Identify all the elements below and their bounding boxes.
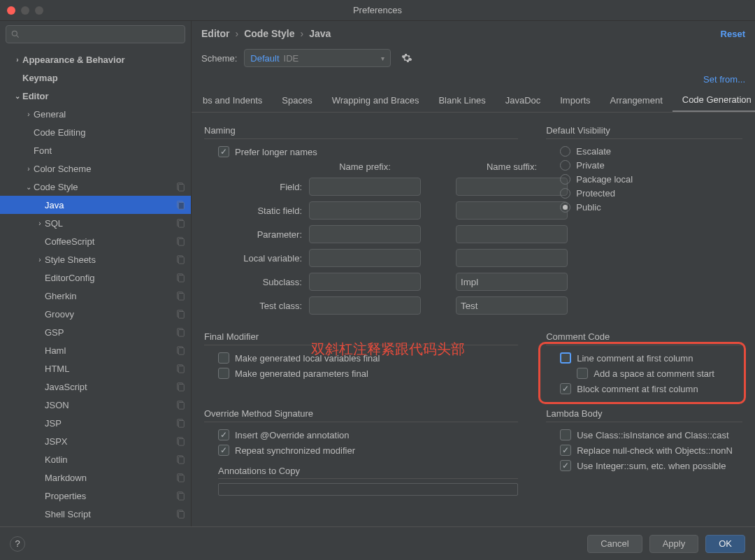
sidebar-item-label: Keymap: [22, 73, 185, 83]
repeat-sync-checkbox[interactable]: Repeat synchronized modifier: [218, 445, 518, 456]
sidebar-item-jspx[interactable]: JSPX: [0, 432, 191, 450]
sidebar-item-sql[interactable]: ›SQL: [0, 214, 191, 232]
lambda-integersum-checkbox[interactable]: Use Integer::sum, etc. when possible: [560, 460, 742, 471]
tab-blank-lines[interactable]: Blank Lines: [429, 89, 495, 111]
sidebar-item-label: Shell Script: [45, 509, 175, 519]
sidebar-item-gherkin[interactable]: Gherkin: [0, 287, 191, 305]
final-params-checkbox[interactable]: Make generated parameters final: [218, 368, 518, 379]
line-comment-first-col-checkbox[interactable]: Line comment at first column: [560, 352, 742, 364]
svg-rect-5: [178, 203, 184, 210]
sidebar-item-jsp[interactable]: JSP: [0, 414, 191, 432]
tab-bs-and-indents[interactable]: bs and Indents: [193, 89, 272, 111]
apply-button[interactable]: Apply: [649, 535, 699, 553]
sidebar-item-label: Color Scheme: [34, 164, 185, 174]
sidebar-item-label: Code Editing: [34, 127, 185, 138]
sidebar-item-java[interactable]: Java: [0, 196, 191, 214]
sidebar-item-coffeescript[interactable]: CoffeeScript: [0, 232, 191, 250]
tab-arrangement[interactable]: Arrangement: [601, 89, 673, 111]
sidebar-item-json[interactable]: JSON: [0, 396, 191, 414]
ok-button[interactable]: OK: [705, 535, 745, 553]
final-modifier-title: Final Modifier: [204, 331, 518, 345]
crumb-editor[interactable]: Editor: [201, 28, 229, 39]
sidebar-item-editorconfig[interactable]: EditorConfig: [0, 268, 191, 287]
lambda-nullcheck-checkbox[interactable]: Replace null-check with Objects::nonN: [560, 445, 742, 456]
sidebar-item-editor[interactable]: ⌄Editor: [0, 87, 191, 105]
window-close-icon[interactable]: [7, 6, 15, 15]
search-input[interactable]: [23, 29, 180, 40]
tabs-bar: bs and IndentsSpacesWrapping and BracesB…: [192, 89, 755, 113]
crumb-codestyle[interactable]: Code Style: [244, 28, 294, 39]
tab-javadoc[interactable]: JavaDoc: [496, 89, 551, 111]
sidebar-item-keymap[interactable]: Keymap: [0, 69, 191, 87]
svg-rect-7: [178, 221, 184, 228]
sidebar-item-groovy[interactable]: Groovy: [0, 305, 191, 323]
svg-rect-25: [178, 385, 184, 392]
sidebar-item-label: JSON: [45, 400, 175, 410]
visibility-public-radio[interactable]: Public: [560, 202, 742, 213]
tab-spaces[interactable]: Spaces: [272, 89, 322, 111]
svg-rect-37: [178, 494, 184, 501]
sidebar-item-haml[interactable]: Haml: [0, 341, 191, 359]
sidebar-item-color-scheme[interactable]: ›Color Scheme: [0, 159, 191, 178]
name-prefix-static-field-[interactable]: [309, 201, 421, 220]
insert-override-checkbox[interactable]: Insert @Override annotation: [218, 429, 518, 440]
sidebar-item-label: EditorConfig: [45, 273, 175, 283]
tab-wrapping-and-braces[interactable]: Wrapping and Braces: [322, 89, 429, 111]
reset-link[interactable]: Reset: [721, 29, 745, 39]
sidebar-item-label: Style Sheets: [45, 254, 175, 265]
scheme-gear-button[interactable]: [398, 49, 416, 67]
content-scroll[interactable]: Naming Prefer longer names Name prefix:N…: [192, 113, 755, 526]
visibility-private-radio[interactable]: Private: [560, 160, 742, 171]
sidebar-item-javascript[interactable]: JavaScript: [0, 378, 191, 396]
tab-code-generation[interactable]: Code Generation: [673, 89, 755, 113]
sidebar-item-shell-script[interactable]: Shell Script: [0, 505, 191, 523]
svg-rect-17: [178, 312, 184, 319]
cancel-button[interactable]: Cancel: [587, 535, 642, 553]
settings-tree[interactable]: ›Appearance & BehaviorKeymap⌄Editor›Gene…: [0, 48, 191, 526]
visibility-escalate-radio[interactable]: Escalate: [560, 146, 742, 157]
name-prefix-field-[interactable]: [309, 178, 421, 196]
sidebar-item-font[interactable]: Font: [0, 141, 191, 159]
sidebar-item-code-style[interactable]: ⌄Code Style: [0, 178, 191, 196]
sidebar-item-style-sheets[interactable]: ›Style Sheets: [0, 250, 191, 268]
name-prefix-local-variable-[interactable]: [309, 249, 421, 267]
name-prefix-test-class-[interactable]: [309, 296, 421, 315]
sidebar-item-label: Gherkin: [45, 291, 175, 301]
name-prefix-subclass-[interactable]: [309, 273, 421, 291]
footer: ? Cancel Apply OK: [0, 526, 755, 560]
search-input-wrapper[interactable]: [6, 25, 185, 43]
svg-point-0: [12, 31, 17, 36]
svg-rect-15: [178, 294, 184, 301]
name-prefix-parameter-[interactable]: [309, 225, 421, 243]
lambda-isinstance-checkbox[interactable]: Use Class::isInstance and Class::cast: [560, 429, 742, 440]
sidebar-item-html[interactable]: HTML: [0, 359, 191, 378]
tab-imports[interactable]: Imports: [550, 89, 600, 111]
chevron-icon: ⌄: [13, 92, 22, 100]
sidebar-item-appearance-behavior[interactable]: ›Appearance & Behavior: [0, 50, 191, 69]
chevron-icon: ⌄: [24, 183, 34, 191]
naming-row-label-subclass-: Subclass:: [211, 277, 302, 287]
sidebar-item-kotlin[interactable]: Kotlin: [0, 450, 191, 468]
set-from-link[interactable]: Set from...: [703, 74, 745, 85]
sidebar-item-label: HTML: [45, 364, 175, 374]
window-minimize-icon[interactable]: [21, 6, 29, 15]
sidebar-item-code-editing[interactable]: Code Editing: [0, 123, 191, 141]
sidebar-item-gsp[interactable]: GSP: [0, 323, 191, 341]
chevron-icon: ›: [13, 56, 22, 64]
block-comment-first-col-checkbox[interactable]: Block comment at first column: [560, 383, 742, 394]
visibility-protected-radio[interactable]: Protected: [560, 188, 742, 199]
visibility-package-local-radio[interactable]: Package local: [560, 174, 742, 185]
sidebar-item-properties[interactable]: Properties: [0, 487, 191, 505]
final-local-vars-checkbox[interactable]: Make generated local variables final: [218, 352, 518, 364]
sidebar-item-general[interactable]: ›General: [0, 105, 191, 123]
window-zoom-icon[interactable]: [35, 6, 43, 15]
annotations-list[interactable]: [218, 483, 518, 496]
sidebar-item-label: General: [34, 109, 185, 120]
help-button[interactable]: ?: [10, 536, 25, 552]
svg-rect-27: [178, 403, 184, 410]
scheme-combobox[interactable]: Default IDE ▾: [244, 49, 391, 67]
prefer-longer-names-checkbox[interactable]: Prefer longer names: [218, 146, 518, 157]
sidebar-item-markdown[interactable]: Markdown: [0, 468, 191, 487]
add-space-comment-checkbox[interactable]: Add a space at comment start: [577, 368, 742, 379]
comment-code-title: Comment Code: [546, 331, 742, 345]
